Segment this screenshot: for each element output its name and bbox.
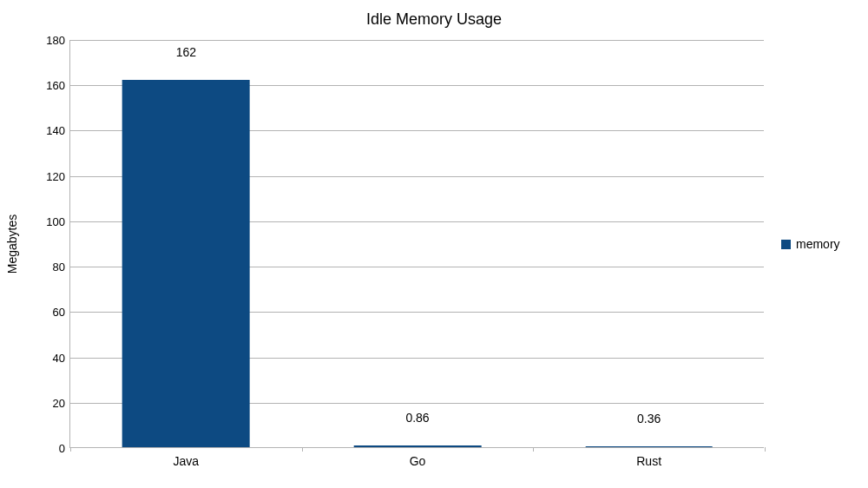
legend-label: memory: [796, 237, 840, 251]
y-tick-label: 40: [53, 351, 70, 364]
y-tick-label: 80: [53, 260, 70, 274]
y-tick-label: 100: [46, 214, 70, 228]
y-tick-label: 160: [46, 79, 70, 92]
x-tick-mark: [533, 447, 534, 452]
y-tick-label: 180: [46, 34, 70, 47]
y-tick-label: 0: [59, 442, 70, 455]
chart-title: Idle Memory Usage: [0, 10, 868, 29]
bar-value-label: 162: [176, 45, 196, 63]
y-tick-label: 20: [53, 396, 70, 409]
x-tick-mark: [302, 447, 303, 452]
x-tick-mark: [70, 447, 71, 452]
x-tick-label: Rust: [636, 447, 661, 468]
y-axis-label-wrap: Megabytes: [3, 0, 21, 488]
x-tick-label: Java: [174, 447, 200, 468]
legend-swatch: [781, 240, 791, 249]
grid-line: [70, 40, 764, 41]
bar-value-label: 0.36: [637, 412, 661, 429]
y-tick-label: 140: [46, 124, 70, 137]
bar-chart: Idle Memory Usage Megabytes 020406080100…: [0, 0, 868, 488]
bar: [122, 80, 250, 447]
y-tick-label: 60: [53, 306, 70, 319]
x-tick-label: Go: [410, 447, 426, 468]
legend: memory: [781, 0, 840, 488]
y-tick-label: 120: [46, 169, 70, 182]
x-tick-mark: [765, 447, 766, 452]
plot-area: 020406080100120140160180162Java0.86Go0.3…: [69, 40, 764, 448]
y-axis-label: Megabytes: [5, 214, 19, 274]
bar-value-label: 0.86: [405, 411, 429, 428]
legend-item: memory: [781, 237, 840, 251]
